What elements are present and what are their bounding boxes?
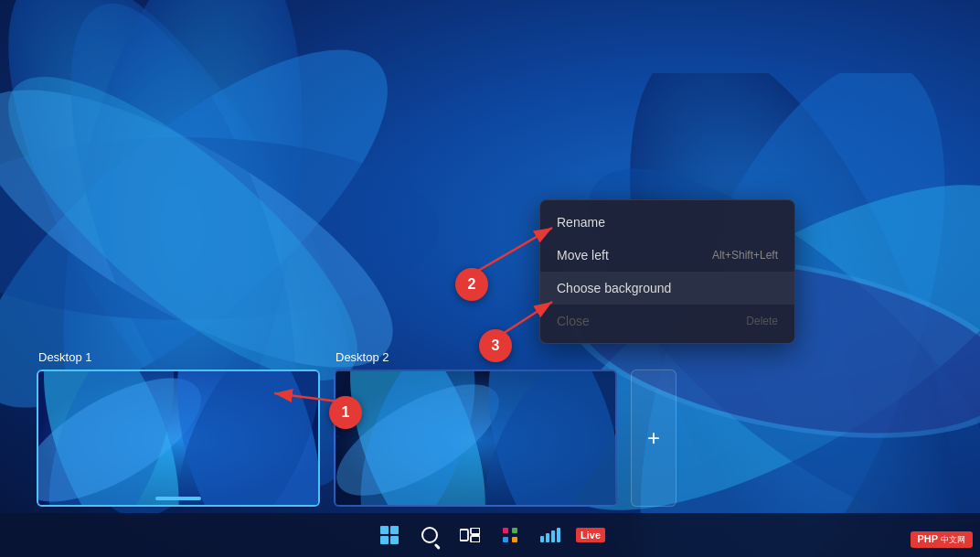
choose-background-label: Choose background [557,281,671,295]
slack-button[interactable] [492,517,528,553]
live-button[interactable]: Live [572,517,609,553]
svg-rect-35 [512,537,517,542]
deezer-icon [540,528,560,542]
search-icon [421,527,438,543]
rename-label: Rename [557,215,605,230]
plus-icon: + [647,425,660,451]
menu-item-choose-background[interactable]: Choose background [540,272,794,305]
step-2-badge: 2 [455,268,488,301]
context-menu: Rename Move left Alt+Shift+Left Choose b… [539,199,795,344]
svg-rect-30 [471,528,480,534]
svg-rect-32 [503,528,508,533]
menu-item-rename[interactable]: Rename [540,206,794,239]
add-desktop-button[interactable]: + [631,370,676,507]
search-button[interactable] [411,517,448,553]
live-badge: Live [576,528,605,542]
active-indicator [155,497,201,500]
windows-logo-icon [380,526,399,544]
start-button[interactable] [371,517,408,553]
svg-rect-33 [512,528,517,533]
desktop-2-preview[interactable] [334,370,617,507]
svg-rect-31 [471,536,480,542]
desktop-1-preview[interactable] [37,370,320,507]
svg-rect-36 [540,536,544,542]
deezer-button[interactable] [532,517,569,553]
svg-rect-29 [460,530,468,541]
move-left-shortcut: Alt+Shift+Left [712,249,778,262]
step-3-badge: 3 [479,329,512,362]
php-badge: PHP 中文网 [911,531,973,548]
move-left-label: Move left [557,248,609,262]
menu-item-move-left[interactable]: Move left Alt+Shift+Left [540,239,794,272]
desktop-2-thumb[interactable]: Desktop 2 [334,350,617,507]
taskbar-center: Live [371,517,609,553]
close-label: Close [557,314,590,328]
desktop-2-label: Desktop 2 [334,350,389,364]
task-view-icon [460,528,480,542]
svg-rect-34 [503,537,508,542]
thumb-bloom-1 [38,371,318,505]
step-1-badge: 1 [329,396,362,429]
task-view-panel: Desktop 1 [0,350,980,507]
slack-icon [501,526,519,544]
desktop-1-thumb[interactable]: Desktop 1 [37,350,320,507]
thumb-bloom-2 [336,371,615,505]
task-view-button[interactable] [452,517,488,553]
desktop-1-label: Desktop 1 [37,350,92,364]
taskbar: Live ⌂ ♪ ✉ [0,513,980,557]
close-shortcut: Delete [746,315,778,327]
svg-rect-37 [546,533,549,542]
menu-item-close[interactable]: Close Delete [540,305,794,337]
svg-rect-39 [557,528,560,542]
svg-rect-38 [551,530,555,542]
